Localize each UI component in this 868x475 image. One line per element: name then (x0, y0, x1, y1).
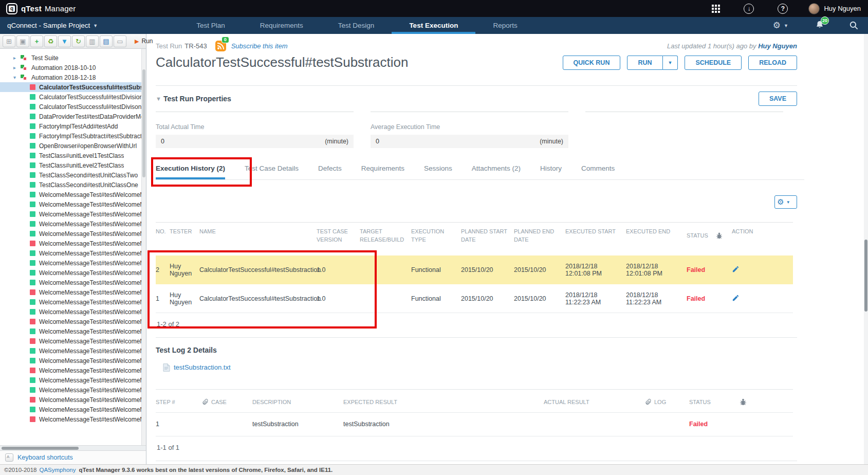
detail-tab[interactable]: Test Case Details (245, 161, 299, 179)
run-dropdown-button[interactable]: ▼ (663, 56, 678, 70)
tree-item-test-run[interactable]: WelcomeMessageTest#testWelcomeMessag (0, 395, 146, 405)
nav-tab[interactable]: Test Design (321, 17, 392, 34)
tree-node-automation-2018-12-18[interactable]: ▾ Automation 2018-12-18 (0, 72, 146, 82)
attachment-link[interactable]: testSubstraction.txt (174, 363, 231, 371)
execution-history-row[interactable]: 2 Huy Nguyen CalculatorTestSuccessful#te… (156, 255, 793, 284)
keyboard-shortcuts-link[interactable]: Keyboard shortcuts (17, 454, 73, 461)
detail-tab[interactable]: Attachments (2) (472, 161, 521, 179)
qasymphony-link[interactable]: QASymphony (39, 467, 76, 473)
expand-arrow-icon[interactable]: ▸ (13, 65, 21, 70)
settings-button[interactable]: ⚙▼ (773, 20, 788, 31)
tree-item-test-run[interactable]: WelcomeMessageTest#testWelcomeMessag (0, 317, 146, 326)
tree-item-test-run[interactable]: TestClassSecond#testUnitClassOne (0, 180, 146, 190)
toolbar-button[interactable]: ⊞ (3, 35, 15, 47)
tree-item-test-run[interactable]: WelcomeMessageTest#testWelcomeMessag (0, 278, 146, 287)
tree-item-test-run[interactable]: WelcomeMessageTest#testWelcomeMessag (0, 248, 146, 258)
edit-run-button[interactable] (732, 294, 754, 303)
tree-item-test-run[interactable]: WelcomeMessageTest#testWelcomeMessag (0, 219, 146, 229)
notifications-button[interactable]: 20 (815, 20, 824, 31)
average-execution-time-input[interactable]: 0 (minute) (371, 135, 568, 148)
toolbar-button[interactable]: + (30, 35, 43, 47)
tree-item-test-run[interactable]: WelcomeMessageTest#testWelcomeMessag (0, 268, 146, 278)
test-run-status-icon (30, 104, 35, 109)
detail-tab[interactable]: Execution History (2) (156, 161, 225, 179)
tree-item-test-run[interactable]: DataProviderTest#testDataProviderMethod (0, 112, 146, 121)
tree-item-test-run[interactable]: WelcomeMessageTest#testWelcomeMessag (0, 346, 146, 356)
nav-tab[interactable]: Reports (475, 17, 534, 34)
schedule-button[interactable]: SCHEDULE (685, 56, 742, 70)
tree-item-test-run[interactable]: WelcomeMessageTest#testWelcomeMessag (0, 199, 146, 209)
collapse-section-icon[interactable]: ▼ (156, 96, 161, 102)
tree-item-label: CalculatorTestSuccessful#testDivison (39, 103, 141, 111)
tree-item-test-run[interactable]: WelcomeMessageTest#testWelcomeMessag (0, 190, 146, 199)
toolbar-button[interactable]: ♻ (44, 35, 57, 47)
execution-history-row[interactable]: 1 Huy Nguyen CalculatorTestSuccessful#te… (156, 284, 793, 313)
tree-item-test-run[interactable]: WelcomeMessageTest#testWelcomeMessag (0, 209, 146, 219)
tree-node-automation-2018-10-10[interactable]: ▸ Automation 2018-10-10 (0, 63, 146, 72)
tree-item-test-run[interactable]: WelcomeMessageTest#testWelcomeMessag (0, 307, 146, 317)
toolbar-button[interactable]: ▥ (86, 35, 99, 47)
tree-item-test-run[interactable]: WelcomeMessageTest#testWelcomeMessag (0, 239, 146, 248)
tree-item-test-run[interactable]: WelcomeMessageTest#testWelcomeMessag (0, 405, 146, 414)
project-selector[interactable]: qConnect - Sample Project▼ (0, 22, 107, 29)
tree-item-label: CalculatorTestSuccessful#testSubstractio (39, 84, 146, 91)
collapse-arrow-icon[interactable]: ▾ (13, 75, 21, 80)
toolbar-button[interactable]: ↻ (72, 35, 85, 47)
detail-tab[interactable]: Defects (318, 161, 342, 179)
keyboard-key-icon: A (5, 453, 13, 462)
toolbar-button[interactable]: ▣ (16, 35, 29, 47)
detail-tab[interactable]: Requirements (361, 161, 404, 179)
table-settings-button[interactable]: ⚙▼ (774, 195, 797, 209)
total-actual-time-input[interactable]: 0 (minute) (156, 135, 354, 148)
reload-button[interactable]: RELOAD (748, 56, 797, 70)
save-button[interactable]: SAVE (759, 92, 797, 106)
toolbar-button[interactable]: ▼ (58, 35, 71, 47)
tree-item-test-run[interactable]: TestClass#unitLevel2TestClass (0, 160, 146, 170)
toolbar-button[interactable]: ▭ (114, 35, 126, 47)
subscribe-link[interactable]: Subscribe this item (231, 42, 288, 50)
search-button[interactable] (849, 21, 859, 30)
help-button[interactable]: ? (778, 4, 788, 14)
tree-item-test-run[interactable]: WelcomeMessageTest#testWelcomeMessag (0, 414, 146, 424)
detail-tab[interactable]: History (540, 161, 562, 179)
nav-tab[interactable]: Requirements (243, 17, 321, 34)
toolbar-button[interactable]: ▤ (100, 35, 113, 47)
tree-item-test-run[interactable]: FactoryImplTestSubtract#testSubtract (0, 131, 146, 141)
rss-icon[interactable]: 0 (215, 41, 226, 51)
tree-item-test-run[interactable]: WelcomeMessageTest#testWelcomeMessag (0, 375, 146, 385)
download-button[interactable]: ↓ (744, 4, 754, 14)
tree-item-test-run[interactable]: WelcomeMessageTest#testWelcomeMessag (0, 287, 146, 297)
main-vertical-scrollbar[interactable] (864, 34, 868, 475)
app-grid-button[interactable] (712, 5, 720, 13)
user-name[interactable]: Huy Nguyen (824, 5, 861, 12)
tree-item-test-run[interactable]: FactoryImplTestAdd#testAdd (0, 121, 146, 131)
tree-item-test-run[interactable]: OpenBrowser#openBrowserWithUrl (0, 141, 146, 151)
run-button[interactable]: RUN (627, 56, 662, 70)
tree-node-test-suite[interactable]: ▸ Test Suite (0, 53, 146, 63)
test-run-status-icon (30, 221, 35, 227)
sidebar-vertical-scrollbar[interactable] (141, 49, 146, 445)
nav-tab[interactable]: Test Plan (179, 17, 243, 34)
nav-tab[interactable]: Test Execution (392, 17, 475, 34)
sidebar-horizontal-scrollbar[interactable] (0, 445, 146, 450)
tree-item-test-run[interactable]: WelcomeMessageTest#testWelcomeMessag (0, 385, 146, 395)
quick-run-button[interactable]: QUICK RUN (563, 56, 621, 70)
test-step-row[interactable]: 1 testSubstraction testSubstraction Fail… (156, 413, 793, 436)
tree-item-test-run[interactable]: WelcomeMessageTest#testWelcomeMessag (0, 336, 146, 346)
expand-arrow-icon[interactable]: ▸ (13, 55, 21, 61)
tree-item-test-run[interactable]: WelcomeMessageTest#testWelcomeMessag (0, 229, 146, 239)
detail-tab[interactable]: Comments (581, 161, 615, 179)
user-avatar[interactable] (808, 3, 820, 14)
tree-item-test-run[interactable]: WelcomeMessageTest#testWelcomeMessag (0, 356, 146, 366)
tree-item-test-run[interactable]: WelcomeMessageTest#testWelcomeMessag (0, 366, 146, 375)
tree-item-test-run[interactable]: WelcomeMessageTest#testWelcomeMessag (0, 297, 146, 307)
tree-item-test-run[interactable]: TestClassSecond#testUnitClassTwo (0, 170, 146, 180)
tree-item-test-run[interactable]: WelcomeMessageTest#testWelcomeMessag (0, 326, 146, 336)
tree-item-test-run[interactable]: CalculatorTestSuccessful#testDivisionExc… (0, 92, 146, 102)
tree-item-test-run[interactable]: CalculatorTestSuccessful#testSubstractio (0, 82, 146, 92)
tree-item-test-run[interactable]: TestClass#unitLevel1TestClass (0, 151, 146, 160)
tree-item-test-run[interactable]: WelcomeMessageTest#testWelcomeMessag (0, 258, 146, 268)
tree-item-test-run[interactable]: CalculatorTestSuccessful#testDivison (0, 102, 146, 112)
edit-run-button[interactable] (732, 265, 754, 275)
detail-tab[interactable]: Sessions (424, 161, 452, 179)
